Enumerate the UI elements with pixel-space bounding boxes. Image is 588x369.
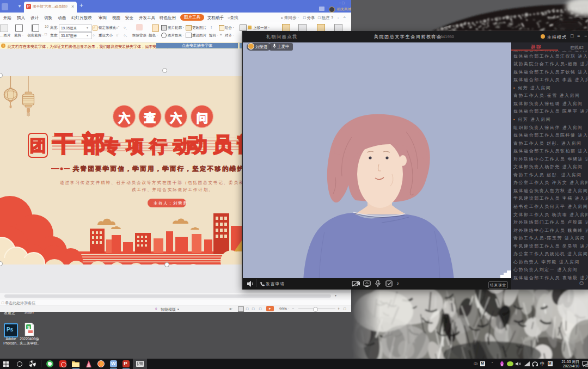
svg-text:1: 1 — [586, 364, 587, 367]
svg-text:S: S — [27, 325, 30, 330]
